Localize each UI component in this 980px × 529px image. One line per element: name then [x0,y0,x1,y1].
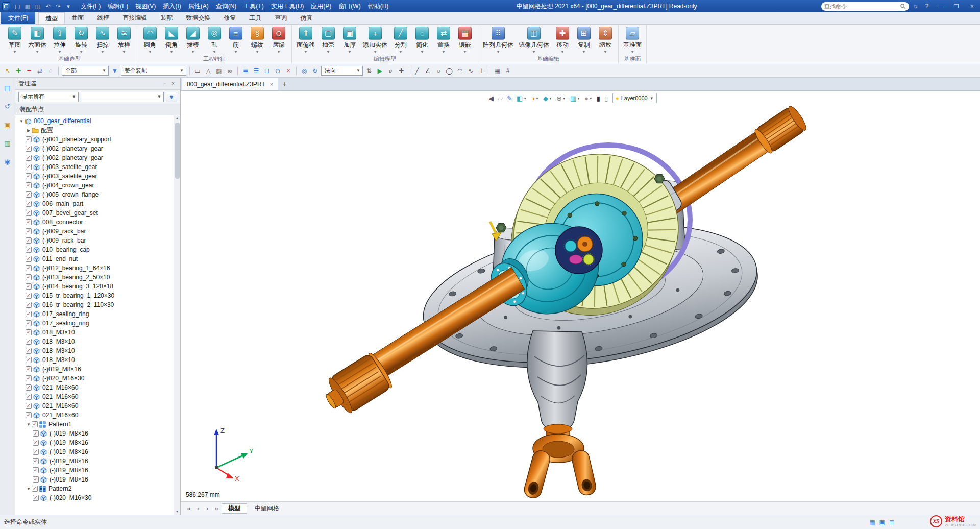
tree-node[interactable]: ✓(-)013_bearing_2_50×10 [15,273,180,282]
group-list-icon[interactable]: ⊟ [262,66,272,76]
ribbon-tab-tools[interactable]: 工具 [242,12,268,24]
swap-selection-icon[interactable]: ⇄ [35,66,44,76]
tree-node[interactable]: ✓(-)020_M16×30 [15,493,180,502]
reorient-icon[interactable]: ↻ [310,66,320,76]
tree-node[interactable]: ✓011_end_nut [15,254,180,263]
tree-node-checkbox[interactable]: ✓ [26,256,32,262]
tree-node-checkbox[interactable]: ✓ [26,146,32,152]
tree-node[interactable]: ✓(-)005_crown_flange [15,190,180,199]
ribbon-button-pattern[interactable]: ⠿阵列几何体▼ [480,26,516,54]
ribbon-tab-shape[interactable]: 造型 [38,12,65,24]
menu-tools[interactable]: 工具(T) [240,0,267,12]
add-entity-icon[interactable]: ✚ [14,66,23,76]
ribbon-tab-surface[interactable]: 曲面 [65,12,90,24]
tree-scrollbar[interactable]: ▲ ▼ [174,115,180,515]
play-icon[interactable]: ▶ [375,66,384,76]
tree-node-checkbox[interactable]: ✓ [26,247,32,253]
search-input[interactable] [824,3,898,9]
tree-node[interactable]: ✓021_M16×60 [15,401,180,411]
tree-node[interactable]: ✓018_M3×10 [15,346,180,355]
tree-node-checkbox[interactable]: ✓ [26,348,32,354]
help-icon[interactable]: ? [922,2,932,11]
ribbon-button-fillet[interactable]: ◠圆角▼ [139,26,161,54]
app-logo-icon[interactable] [2,2,10,10]
menu-file[interactable]: 文件(F) [77,0,104,12]
tree-node[interactable]: ✓(-)004_crown_gear [15,181,180,190]
pick-window-icon[interactable]: ▭ [193,66,202,76]
tree-node-checkbox[interactable]: ✓ [26,155,32,161]
tree-node[interactable]: ✓008_connector [15,218,180,227]
tree-node-checkbox[interactable]: ✓ [26,210,32,216]
display-status-icon[interactable]: ▣ [879,519,885,526]
command-search-box[interactable] [821,2,909,11]
sort-list-icon[interactable]: ☰ [252,66,261,76]
model-canvas[interactable] [181,91,980,501]
open-file-icon[interactable]: ▥ [23,2,32,11]
tree-node[interactable]: ✓(-)019_M8×16 [15,475,180,484]
tree-node[interactable]: ✓(-)003_satelite_gear [15,172,180,181]
tree-node-checkbox[interactable]: ✓ [26,265,32,271]
grid-toggle-icon[interactable]: ▦ [493,66,502,76]
ribbon-button-loft[interactable]: ≋放样▼ [113,26,135,54]
collapse-arrow-icon[interactable]: ▼ [26,422,32,427]
settings-gear-icon[interactable]: ☼ [911,2,920,11]
tree-node-checkbox[interactable]: ✓ [26,182,32,188]
circle-tool-icon[interactable]: ○ [434,66,443,76]
tree-node[interactable]: ✓(-)019_M8×16 [15,365,180,374]
tree-node-checkbox[interactable]: ✓ [26,136,32,142]
tree-node[interactable]: ✓(-)019_M8×16 [15,447,180,456]
ribbon-tab-wireframe[interactable]: 线框 [90,12,116,24]
display-filter-combo[interactable]: 显示所有▼ [18,92,79,102]
image-panel-icon[interactable]: ▥ [3,138,13,148]
tree-node-checkbox[interactable]: ✓ [33,449,39,455]
scroll-down-icon[interactable]: ▼ [176,509,179,515]
tree-node-checkbox[interactable]: ✓ [26,357,32,363]
close-panel-icon[interactable]: × [169,80,177,88]
tree-node-checkbox[interactable]: ✓ [26,201,32,207]
manager-panel-icon[interactable]: ▤ [3,83,13,93]
tree-node-checkbox[interactable]: ✓ [26,366,32,372]
ribbon-button-add-solid[interactable]: +添加实体▼ [360,26,390,54]
pick-polygon-icon[interactable]: △ [204,66,213,76]
tree-node-checkbox[interactable]: ✓ [26,302,32,308]
shade-mode-icon[interactable]: ◧▼ [515,93,528,103]
menu-help[interactable]: 帮助(H) [364,0,393,12]
history-panel-icon[interactable]: ↺ [3,101,13,111]
tree-node-checkbox[interactable]: ✓ [26,403,32,409]
minimize-button[interactable]: — [934,1,947,11]
line-tool-icon[interactable]: ╱ [412,66,422,76]
menu-insert[interactable]: 插入(I) [159,0,184,12]
tree-node[interactable]: ✓(-)014_bearing_3_120×18 [15,282,180,291]
prev-sheet-icon[interactable]: ‹ [194,505,202,512]
paintbrush-icon[interactable]: ✎ [505,93,514,103]
save-icon[interactable]: ◫ [33,2,42,11]
tree-node-checkbox[interactable]: ✓ [32,421,38,427]
scroll-up-icon[interactable]: ▲ [176,115,179,122]
spline-tool-icon[interactable]: ∿ [466,66,475,76]
ribbon-button-shell[interactable]: ▢抽壳▼ [317,26,339,54]
menu-utilities[interactable]: 实用工具(U) [267,0,308,12]
tree-node[interactable]: ✓016_tr_bearing_2_110×30 [15,300,180,309]
ribbon-button-simplify[interactable]: ◌简化▼ [411,26,433,54]
selection-scope-combo[interactable]: 整个装配▼ [121,66,186,76]
link-icon[interactable]: ⊙ [273,66,282,76]
tree-node[interactable]: ✓(-)019_M8×16 [15,466,180,475]
tree-node[interactable]: ✓(-)012_bearing_1_64×16 [15,263,180,273]
collapse-arrow-icon[interactable]: ▼ [18,119,24,124]
orientation-combo[interactable]: 法向▼ [321,66,363,76]
tree-node-checkbox[interactable]: ✓ [26,219,32,225]
ribbon-button-inlay[interactable]: ▦镶嵌▼ [454,26,476,54]
ribbon-button-replace[interactable]: ⇄置换▼ [433,26,454,54]
pin-panel-icon[interactable]: ▫ [161,80,169,88]
filter-funnel-icon[interactable]: ▼ [166,92,177,102]
ribbon-button-rib[interactable]: ≡筋▼ [225,26,247,54]
ribbon-button-mirror[interactable]: ◫镜像几何体▼ [516,26,552,54]
pick-chain-icon[interactable]: ∞ [225,66,234,76]
tree-node-checkbox[interactable]: ✓ [26,412,32,418]
redo-icon[interactable]: ↷ [54,2,63,11]
tree-node-checkbox[interactable]: ✓ [33,476,39,483]
sheet-tab-model[interactable]: 模型 [222,503,247,514]
ellipse-tool-icon[interactable]: ◯ [445,66,454,76]
tree-node[interactable]: ✓007_bevel_gear_set [15,208,180,218]
collapse-arrow-icon[interactable]: ▼ [26,487,32,491]
